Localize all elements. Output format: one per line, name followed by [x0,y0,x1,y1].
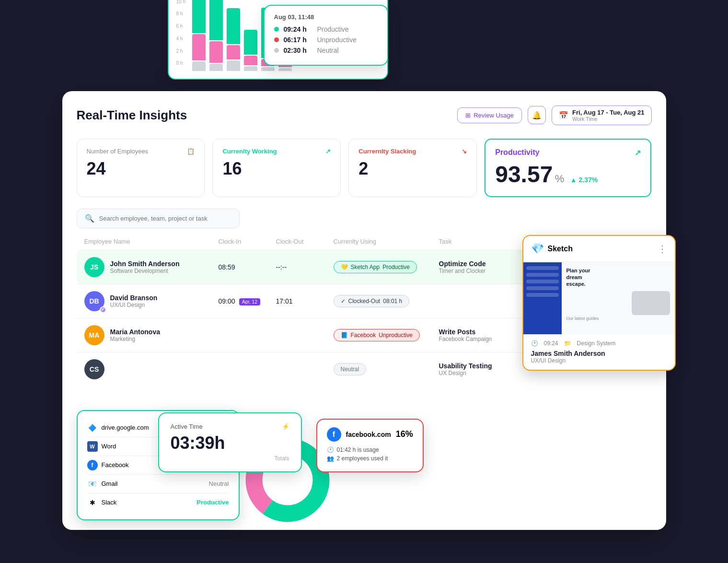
bar-green [192,0,206,33]
sketch-preview-inner: Plan yourdreamescape. Our latest guides [523,262,675,334]
tooltip-productive: 09:24 h Productive [274,25,378,33]
apr-badge: Apr, 12 [239,298,260,305]
search-input[interactable] [99,215,231,222]
sketch-image-placeholder [632,291,670,315]
bar-gray [278,68,292,71]
y-axis-labels: 10 h 8 h 6 h 4 h 2 h 0 h [176,0,185,71]
sketch-sidebar-mock [523,262,562,334]
employees-value: 24 [87,159,195,179]
arrow-up-icon: ↗ [325,148,331,155]
employee-info: MA Maria Antonova Marketing [84,325,219,345]
bar-pink [192,34,206,60]
sketch-title-row: 💎 Sketch [531,243,573,255]
table-icon: ⊞ [465,112,471,119]
time-tooltip-card: Aug 03, 11:48 09:24 h Productive 06:17 h… [264,5,388,66]
tooltip-unproductive: 06:17 h Unproductive [274,36,378,44]
sketch-footer: 🕐 09:24 📁 Design System James Smith Ande… [523,334,675,370]
facebook-logo: f [327,427,341,442]
productivity-value: 93.57 [495,162,553,187]
sketch-main-content: Plan yourdreamescape. Our latest guides [562,262,675,334]
sketch-hero-text: Plan yourdreamescape. [566,267,670,288]
avatar: MA [84,325,104,345]
bar-group-4 [244,30,257,71]
word-icon: W [87,441,98,452]
badge-p-icon: P [100,306,106,313]
employee-details: John Smith Anderson Software Development [110,260,180,274]
productivity-label: Productivity ↗ [495,148,641,157]
folder-icon: 📁 [564,340,571,347]
app-badge-container: 📘 Facebook Unproductive [334,329,439,341]
slack-icon: ✱ [87,497,98,508]
calendar-icon: 📅 [559,111,568,120]
slacking-card: Currernlty Slacking ↘ 2 [348,139,477,197]
sketch-user-name: James Smith Anderson [531,350,667,357]
employees-label: Number of Employees 📋 [87,148,195,155]
app-name-row: 🔷 drive.google.com [87,422,149,433]
employee-info: CS [84,359,219,379]
bar-gray [261,67,275,71]
users-icon: 👥 [327,455,334,462]
sketch-meta: 🕐 09:24 📁 Design System [531,340,667,347]
app-badge-container: Neutral [334,363,439,375]
avatar: DB P [84,291,104,311]
app-badge-clocked: ✓ Clocked-Out 08:01 h [334,295,410,307]
fb-usage-time: 🕐 01:42 h is usage [327,446,413,453]
app-badge-unproductive: 📘 Facebook Unproductive [334,329,420,341]
bar-group-2 [209,0,223,71]
dashboard-header: Real-Time Insights ⊞ Review Usage 🔔 📅 Fr… [77,106,652,125]
sketch-logo-icon: 💎 [531,243,544,255]
search-bar[interactable]: 🔍 [77,209,240,228]
trend-icon: ↗ [635,148,641,157]
app-item-gmail: 📧 Gmail Neutral [87,475,229,493]
arrow-down-icon: ↘ [462,148,467,155]
employee-details: David Branson UX/UI Design [110,294,158,308]
working-value: 16 [222,159,331,179]
employee-info: JS John Smith Anderson Software Developm… [84,257,219,277]
avatar: JS [84,257,104,277]
app-item-slack: ✱ Slack Productive [87,493,229,512]
app-badge-container: ✓ Clocked-Out 08:01 h [334,295,439,307]
review-usage-button[interactable]: ⊞ Review Usage [457,107,522,123]
fb-tooltip-header: f facebook.com 16% [327,427,413,442]
working-card: Currenlty Working ↗ 16 [212,139,341,197]
clock-out-val: --:-- [276,263,334,271]
dot-red [274,37,279,42]
totals-label: Totals [171,455,289,462]
bar-green [209,0,223,40]
sketch-user-dept: UX/UI Design [531,357,667,364]
bolt-icon: ⚡ [282,423,289,430]
employee-details: Maria Antonova Marketing [110,328,161,342]
clock-in-cell: 09:00 Apr, 12 [219,297,276,305]
notifications-button[interactable]: 🔔 [528,106,546,124]
sketch-app-card: 💎 Sketch ⋮ Plan yourdreamescape. [522,235,676,371]
app-name-row: W Word [87,441,116,452]
app-badge-container: 💛 Sketch App Productive [334,261,439,273]
employees-card: Number of Employees 📋 24 [77,139,205,197]
bar-group-1 [192,0,206,71]
bar-group-3 [227,8,240,71]
bar-green [244,30,257,55]
app-badge-neutral: Neutral [334,363,367,375]
tooltip-date: Aug 03, 11:48 [274,13,378,21]
sketch-nav-mock: Our latest guides [566,316,670,321]
bar-gray [209,64,223,71]
bar-gray [227,60,240,71]
employee-info: DB P David Branson UX/UI Design [84,291,219,311]
facebook-tooltip-card: f facebook.com 16% 🕐 01:42 h is usage 👥 … [316,419,424,472]
more-options-icon[interactable]: ⋮ [658,243,667,255]
stats-row: Number of Employees 📋 24 Currenlty Worki… [77,139,652,197]
date-range-button[interactable]: 📅 Fri, Aug 17 - Tue, Aug 21 Work Time [552,106,651,125]
drive-icon: 🔷 [87,422,98,433]
time-icon: 🕐 [531,340,538,347]
sketch-preview: Plan yourdreamescape. Our latest guides [523,262,675,334]
gmail-icon: 📧 [87,479,98,489]
clock-icon: 🕐 [327,446,334,453]
slacking-label: Currernlty Slacking ↘ [358,148,467,155]
active-value: 03:39h [171,433,289,453]
app-name-row: ✱ Slack [87,497,117,508]
date-range-info: Fri, Aug 17 - Tue, Aug 21 Work Time [572,109,644,122]
bar-pink [227,45,240,59]
check-icon: ✓ [341,298,346,305]
dot-gray [274,48,279,53]
app-name-row: 📧 Gmail [87,479,118,489]
